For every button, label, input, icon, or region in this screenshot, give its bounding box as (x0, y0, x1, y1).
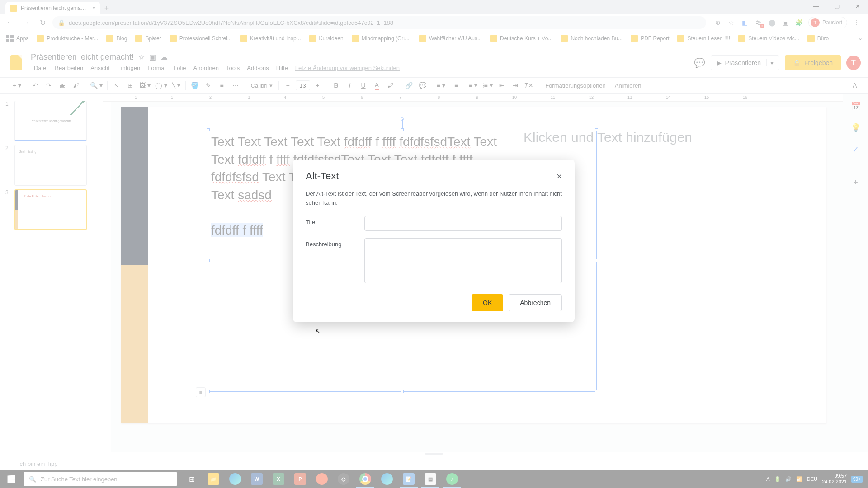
description-textarea[interactable] (364, 238, 562, 283)
description-field-label: Beschreibung (306, 238, 355, 283)
ok-button[interactable]: OK (472, 294, 503, 311)
close-dialog-icon[interactable]: × (557, 171, 562, 182)
title-field-label: Titel (306, 216, 355, 231)
dialog-title: Alt-Text (306, 170, 339, 182)
dialog-description: Der Alt-Text ist der Text, der vom Scree… (306, 189, 562, 207)
cancel-button[interactable]: Abbrechen (509, 294, 562, 311)
title-input[interactable] (364, 216, 562, 231)
alt-text-dialog: Alt-Text × Der Alt-Text ist der Text, de… (293, 160, 575, 322)
